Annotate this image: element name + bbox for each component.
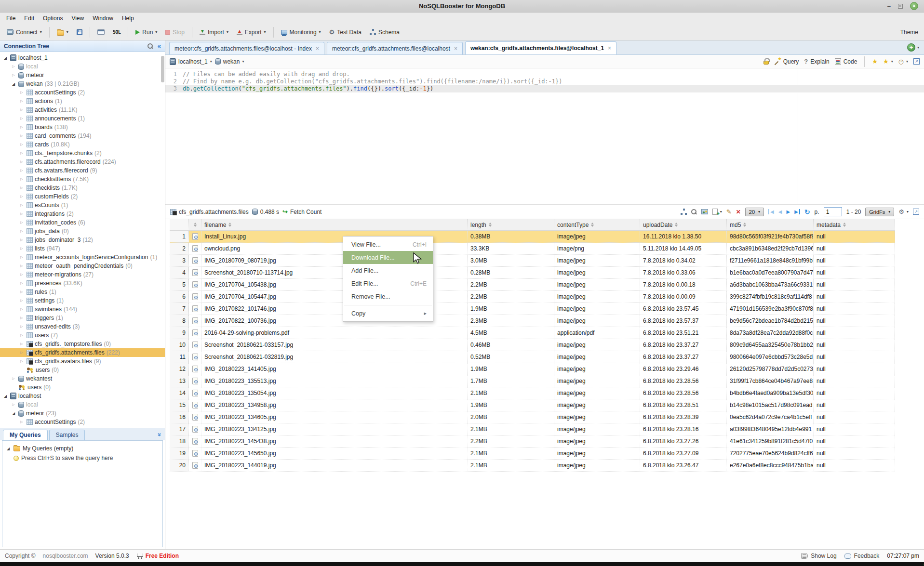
expander-icon[interactable]: ▷ bbox=[19, 307, 25, 311]
sql-button[interactable]: SQL bbox=[110, 27, 124, 37]
tree-item[interactable]: ▷ accountSettings (2) bbox=[0, 418, 165, 426]
code-button[interactable]: Code bbox=[835, 58, 857, 65]
free-edition-badge[interactable]: Free Edition bbox=[136, 553, 179, 559]
tree-item[interactable]: ▷ invitation_codes (6) bbox=[0, 218, 165, 227]
expander-icon[interactable]: ▷ bbox=[19, 255, 25, 259]
header-length[interactable]: length bbox=[468, 219, 554, 230]
preview-cell[interactable] bbox=[189, 375, 201, 387]
expander-icon[interactable]: ▷ bbox=[19, 160, 25, 164]
chevron-double-down-icon[interactable]: « bbox=[155, 433, 162, 436]
expander-icon[interactable]: ▷ bbox=[19, 91, 25, 94]
tree-item[interactable]: ▷ integrations (2) bbox=[0, 210, 165, 218]
show-log-button[interactable]: Show Log bbox=[801, 553, 836, 559]
preview-cell[interactable] bbox=[189, 448, 201, 459]
close-icon[interactable]: × bbox=[316, 45, 319, 52]
tree-item[interactable]: ◢ localhost_1 bbox=[0, 53, 165, 62]
preview-cell[interactable] bbox=[189, 243, 201, 254]
header-metadata[interactable]: metadata bbox=[814, 219, 895, 230]
tree-scrollbar[interactable] bbox=[161, 56, 164, 82]
expander-icon[interactable]: ▷ bbox=[19, 264, 25, 268]
preview-cell[interactable] bbox=[189, 387, 201, 399]
preview-cell[interactable] bbox=[189, 315, 201, 327]
tree-item[interactable]: ▷ meteor-migrations (27) bbox=[0, 270, 165, 279]
tree-item[interactable]: users (0) bbox=[0, 383, 165, 392]
expander-icon[interactable]: ▷ bbox=[19, 359, 25, 363]
preview-cell[interactable] bbox=[189, 363, 201, 375]
history-button[interactable]: ◷ ▾ bbox=[898, 58, 908, 65]
expander-icon[interactable]: ▷ bbox=[11, 403, 16, 407]
table-row[interactable]: 13 IMG_20180223_135513.jpg 1.7MB image/j… bbox=[170, 375, 895, 387]
add-favorite-button[interactable]: ★+ bbox=[872, 58, 878, 65]
add-document-button[interactable]: + ▾ bbox=[712, 209, 722, 215]
expander-icon[interactable]: ▷ bbox=[19, 299, 25, 303]
table-row[interactable]: 14 IMG_20180223_135054.jpg 2.1MB image/j… bbox=[170, 387, 895, 399]
tree-item[interactable]: ▷ unsaved-edits (3) bbox=[0, 322, 165, 331]
tree-item[interactable]: ▷ activities (11.1K) bbox=[0, 105, 165, 114]
test-data-button[interactable]: ⚙ Test Data bbox=[326, 27, 364, 38]
tree-item[interactable]: ▷ meteor_accounts_loginServiceConfigurat… bbox=[0, 253, 165, 262]
expander-icon[interactable]: ▷ bbox=[19, 125, 25, 129]
header-md5[interactable]: md5 bbox=[727, 219, 814, 230]
expander-icon[interactable]: ▷ bbox=[19, 221, 25, 224]
header-filename[interactable]: filename bbox=[201, 219, 468, 230]
expander-icon[interactable]: ▷ bbox=[19, 316, 25, 320]
expander-icon[interactable]: ▷ bbox=[11, 73, 16, 77]
table-row[interactable]: 19 IMG_20180223_145650.jpg 2.1MB image/j… bbox=[170, 448, 895, 460]
table-row[interactable]: 1 Install_Linux.jpg 0.38MB image/jpeg 16… bbox=[170, 231, 895, 243]
expander-icon[interactable]: ▷ bbox=[19, 325, 25, 329]
page-size-select[interactable]: 20 ▾ bbox=[745, 208, 764, 216]
stop-button[interactable]: Stop bbox=[162, 27, 187, 38]
table-row[interactable]: 15 IMG_20180223_134958.jpg 1.9MB image/j… bbox=[170, 399, 895, 411]
tree-item[interactable]: ▷ swimlanes (144) bbox=[0, 305, 165, 314]
last-page-button[interactable]: ▶ bbox=[794, 209, 800, 214]
expander-icon[interactable]: ▷ bbox=[11, 377, 16, 381]
code-line[interactable]: 2 // Find by name e.g. db.getCollection(… bbox=[165, 78, 924, 85]
maximize-button[interactable] bbox=[898, 4, 903, 9]
export-image-icon[interactable] bbox=[701, 209, 708, 214]
tree-item[interactable]: ▷ local bbox=[0, 400, 165, 409]
shell-button[interactable] bbox=[94, 27, 107, 37]
preview-cell[interactable] bbox=[189, 255, 201, 266]
table-row[interactable]: 18 IMG_20180223_145438.jpg 2.2MB image/j… bbox=[170, 435, 895, 448]
next-page-button[interactable]: ▶ bbox=[786, 209, 790, 214]
schema-button[interactable]: Schema bbox=[367, 27, 402, 38]
menu-item[interactable]: File bbox=[2, 13, 20, 23]
tree-item[interactable]: ▷ cfs.attachments.filerecord (224) bbox=[0, 158, 165, 166]
open-file-button[interactable]: ▾ bbox=[54, 27, 71, 38]
connection-dropdown[interactable]: localhost_1 ▾ bbox=[170, 58, 212, 65]
table-row[interactable]: 4 Screenshot_20180710-113714.jpg 0.28MB … bbox=[170, 267, 895, 279]
my-queries-root[interactable]: ◢ My Queries (empty) bbox=[5, 444, 160, 453]
context-menu-item[interactable]: Add File... ▸ bbox=[343, 264, 433, 277]
import-button[interactable]: ▼ Import ▾ bbox=[197, 27, 231, 38]
close-icon[interactable]: × bbox=[608, 45, 611, 52]
new-tab-button[interactable]: + bbox=[907, 43, 915, 52]
search-results-icon[interactable] bbox=[691, 209, 697, 215]
site-link[interactable]: nosqlbooster.com bbox=[43, 553, 88, 559]
theme-button[interactable]: Theme bbox=[900, 29, 918, 36]
preview-cell[interactable] bbox=[189, 327, 201, 339]
context-menu-item[interactable]: ▸ bbox=[343, 303, 433, 307]
expander-icon[interactable]: ▷ bbox=[19, 143, 25, 146]
tree-item[interactable]: users (0) bbox=[0, 366, 165, 374]
tree-item[interactable]: ▷ cfs_gridfs.avatars.files (9) bbox=[0, 357, 165, 366]
editor-tab[interactable]: wekan:cfs_gridfs.attachments.files@local… bbox=[465, 41, 616, 54]
preview-cell[interactable] bbox=[189, 231, 201, 242]
code-line[interactable]: 3 db.getCollection("cfs_gridfs.attachmen… bbox=[165, 85, 924, 92]
preview-cell[interactable] bbox=[189, 435, 201, 447]
tree-item[interactable]: ▷ customFields (2) bbox=[0, 192, 165, 201]
expander-icon[interactable]: ▷ bbox=[19, 333, 25, 337]
tree-item[interactable]: ▷ cards (10.8K) bbox=[0, 140, 165, 149]
tree-item[interactable]: ▷ cfs_gridfs.attachments.files (222) bbox=[0, 348, 165, 357]
tree-item[interactable]: ▷ meteor bbox=[0, 71, 165, 79]
tree-item[interactable]: ◢ wekan (33 | 0.21GB) bbox=[0, 79, 165, 88]
prev-page-button[interactable]: ◀ bbox=[778, 209, 782, 214]
tree-item[interactable]: ▷ checklists (1.7K) bbox=[0, 184, 165, 192]
expander-icon[interactable]: ▷ bbox=[19, 342, 25, 346]
lock-icon[interactable] bbox=[763, 61, 769, 65]
code-line[interactable]: 1 // Files can be added easily with drag… bbox=[165, 71, 924, 78]
close-button[interactable]: × bbox=[910, 2, 918, 10]
expander-icon[interactable]: ▷ bbox=[19, 238, 25, 242]
schema-view-icon[interactable] bbox=[681, 209, 687, 215]
view-mode-select[interactable]: GridFs ▾ bbox=[865, 208, 894, 216]
context-menu-item[interactable]: Copy ▸ bbox=[343, 307, 433, 320]
